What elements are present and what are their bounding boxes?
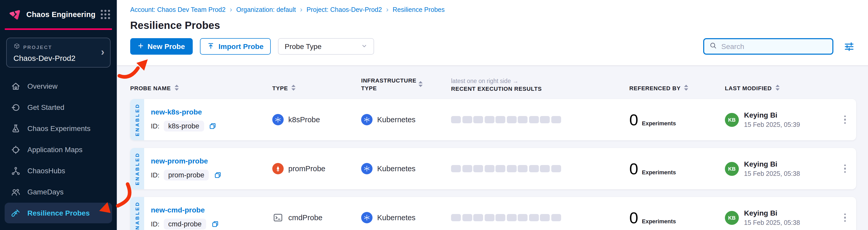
kubernetes-icon xyxy=(361,163,373,174)
execution-result-placeholder xyxy=(506,116,517,123)
execution-result-placeholder xyxy=(518,116,528,123)
table-header-row: PROBE NAME TYPE INFRASTRUCTURE TYPE xyxy=(130,66,856,99)
referenced-unit: Experiments xyxy=(642,169,676,175)
import-probe-button[interactable]: Import Probe xyxy=(200,38,271,55)
test-tube-icon xyxy=(10,208,21,218)
recent-execution-results xyxy=(451,116,629,123)
sort-icon[interactable] xyxy=(684,85,688,92)
breadcrumb-project[interactable]: Project: Chaos-Dev-Prod2 xyxy=(307,6,382,13)
execution-result-placeholder xyxy=(485,214,494,221)
breadcrumb-account[interactable]: Account: Chaos Dev Team Prod2 xyxy=(130,6,225,13)
row-menu-kebab-icon[interactable] xyxy=(842,212,848,224)
referenced-count: 0 xyxy=(629,112,638,128)
probe-row[interactable]: ENABLED new-prom-probe ID: prom-probe xyxy=(130,148,856,189)
sort-icon[interactable] xyxy=(418,81,423,88)
sidebar-item-gamedays[interactable]: GameDays xyxy=(5,182,112,202)
execution-result-placeholder xyxy=(551,165,561,172)
execution-result-placeholder xyxy=(506,214,517,221)
probe-row[interactable]: ENABLED new-cmd-probe ID: cmd-probe xyxy=(130,197,856,230)
new-probe-button[interactable]: + New Probe xyxy=(130,38,193,55)
k8sProbe-icon xyxy=(272,114,284,125)
sidebar-item-label: GameDays xyxy=(27,188,64,196)
execution-result-placeholder xyxy=(540,116,550,123)
filter-sliders-icon[interactable] xyxy=(843,40,855,52)
sort-icon[interactable] xyxy=(292,85,296,92)
modified-by-name: Keying Bi xyxy=(744,111,800,119)
column-header-referenced-by[interactable]: REFERENCED BY xyxy=(629,85,725,99)
execution-result-placeholder xyxy=(518,165,528,172)
project-label: PROJECT xyxy=(23,44,52,50)
sidebar-item-label: Application Maps xyxy=(27,145,83,154)
row-menu-kebab-icon[interactable] xyxy=(842,162,848,175)
status-badge: ENABLED xyxy=(130,148,144,189)
probe-id-value: k8s-probe xyxy=(163,121,204,131)
infrastructure-type-label: Kubernetes xyxy=(377,164,415,173)
probe-id-value: prom-probe xyxy=(163,170,209,181)
copy-icon[interactable] xyxy=(213,170,222,180)
page-title: Resilience Probes xyxy=(130,20,855,32)
modified-date: 15 Feb 2025, 05:38 xyxy=(744,170,800,178)
sidebar-item-chaos-experiments[interactable]: Chaos Experiments xyxy=(5,118,112,139)
row-menu-kebab-icon[interactable] xyxy=(842,113,848,126)
search-icon xyxy=(709,41,717,51)
sidebar-item-application-maps[interactable]: Application Maps xyxy=(5,139,112,160)
sidebar-item-overview[interactable]: Overview xyxy=(5,76,112,97)
last-modified-cell: KB Keying Bi 15 Feb 2025, 05:38 xyxy=(725,209,833,226)
execution-result-placeholder xyxy=(495,214,505,221)
breadcrumb: Account: Chaos Dev Team Prod2 › Organiza… xyxy=(130,6,855,13)
app-switcher-grid-icon[interactable] xyxy=(101,9,110,19)
sidebar-item-chaoshubs[interactable]: ChaosHubs xyxy=(5,160,112,181)
execution-result-placeholder xyxy=(473,116,483,123)
sidebar-item-label: Resilience Probes xyxy=(27,209,90,217)
column-header-probe-name[interactable]: PROBE NAME xyxy=(130,85,272,99)
sidebar-item-resilience-probes[interactable]: Resilience Probes xyxy=(5,203,112,223)
copy-icon[interactable] xyxy=(210,220,220,229)
probe-name-link[interactable]: new-cmd-probe xyxy=(151,206,272,214)
sort-icon[interactable] xyxy=(175,85,179,92)
sidebar-item-get-started[interactable]: Get Started xyxy=(5,97,112,118)
chevron-right-icon: › xyxy=(101,46,104,58)
search-box xyxy=(703,38,833,55)
breadcrumb-organization[interactable]: Organization: default xyxy=(237,6,296,13)
probe-name-link[interactable]: new-k8s-probe xyxy=(151,108,272,116)
sidebar-item-label: Get Started xyxy=(27,103,64,111)
column-header-last-modified[interactable]: LAST MODIFIED xyxy=(725,85,833,99)
column-header-infrastructure-type[interactable]: INFRASTRUCTURE TYPE xyxy=(361,77,451,99)
referenced-by-cell: 0 Experiments xyxy=(629,161,725,177)
sidebar-item-label: Overview xyxy=(27,82,58,90)
execution-result-placeholder xyxy=(462,165,472,172)
execution-result-placeholder xyxy=(518,214,528,221)
execution-result-placeholder xyxy=(485,165,494,172)
project-selector[interactable]: PROJECT Chaos-Dev-Prod2 › xyxy=(6,38,111,68)
probe-type-dropdown[interactable]: Probe Type xyxy=(278,38,374,55)
product-title: Chaos Engineering xyxy=(26,10,96,18)
probe-type-dropdown-value: Probe Type xyxy=(285,42,322,50)
main-content: Account: Chaos Dev Team Prod2 › Organiza… xyxy=(117,0,868,230)
avatar: KB xyxy=(725,113,739,127)
referenced-by-cell: 0 Experiments xyxy=(629,209,725,226)
search-input[interactable] xyxy=(721,42,827,50)
probe-row[interactable]: ENABLED new-k8s-probe ID: k8s-probe xyxy=(130,99,856,140)
referenced-unit: Experiments xyxy=(642,218,676,224)
page-header: Account: Chaos Dev Team Prod2 › Organiza… xyxy=(117,0,868,66)
kubernetes-icon xyxy=(361,114,373,125)
column-header-type[interactable]: TYPE xyxy=(272,85,361,99)
upload-icon xyxy=(207,42,214,51)
hub-icon xyxy=(10,165,21,176)
breadcrumb-current[interactable]: Resilience Probes xyxy=(393,6,445,13)
copy-icon[interactable] xyxy=(208,121,217,131)
cmdProbe-icon xyxy=(272,212,284,223)
execution-result-placeholder xyxy=(451,165,461,172)
referenced-count: 0 xyxy=(629,161,638,177)
status-badge: ENABLED xyxy=(130,197,144,230)
probe-type-label: cmdProbe xyxy=(288,214,322,222)
probe-name-link[interactable]: new-prom-probe xyxy=(151,157,272,165)
breadcrumb-separator-icon: › xyxy=(386,6,388,13)
sort-icon[interactable] xyxy=(776,85,780,92)
kubernetes-icon xyxy=(361,212,373,223)
id-label: ID: xyxy=(151,171,159,179)
promProbe-icon xyxy=(272,163,284,174)
latest-one-note: latest one on right side → xyxy=(451,78,519,84)
harness-logo-icon xyxy=(8,7,21,21)
referenced-by-cell: 0 Experiments xyxy=(629,112,725,128)
